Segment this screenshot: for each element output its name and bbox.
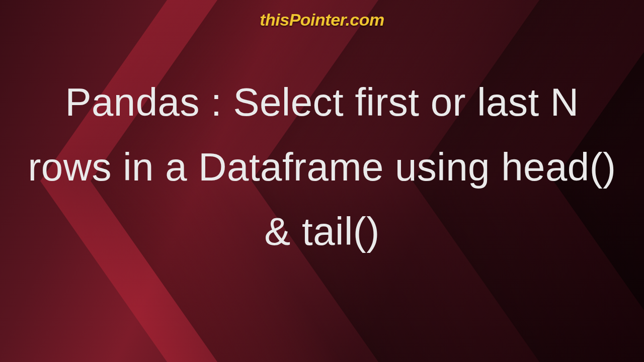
content-container: thisPointer.com Pandas : Select first or… [0,0,644,362]
brand-logo-text: thisPointer.com [260,10,384,30]
article-title: Pandas : Select first or last N rows in … [0,70,644,264]
